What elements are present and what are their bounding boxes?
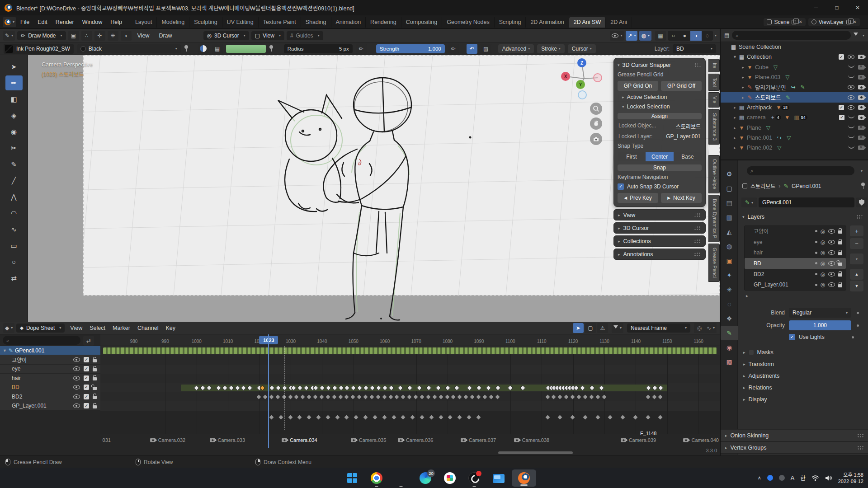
marker-camera-033[interactable]: Camera.033 — [209, 437, 245, 443]
close-button[interactable]: ✕ — [847, 0, 868, 15]
remove-layer-button[interactable]: − — [850, 238, 863, 249]
camera-disabled-icon[interactable] — [858, 65, 864, 70]
layer-row-고양이[interactable]: 고양이◎ — [745, 226, 846, 237]
stabilizer-icon[interactable]: ✛ — [94, 31, 105, 41]
tool-cutter[interactable]: ✂ — [5, 141, 23, 155]
taskbar-edge-icon[interactable]: 20 — [413, 468, 438, 488]
sidebar-tab-ite[interactable]: Ite — [708, 59, 720, 72]
section-relations[interactable]: ▸Relations — [738, 382, 868, 394]
outliner-row-스토리보드[interactable]: ▸✎스토리보드✎ — [721, 92, 868, 102]
workspace-tab-sculpting[interactable]: Sculpting — [189, 17, 222, 28]
dopesheet-menu-channel[interactable]: Channel — [134, 325, 162, 331]
tool-draw[interactable]: ✏ — [5, 75, 23, 90]
camera-view-button[interactable] — [590, 133, 602, 145]
fake-user-shield-button[interactable] — [856, 197, 867, 207]
outliner-row-camera[interactable]: ▸▦camera+4▼▥54 — [721, 113, 868, 122]
channel-bd[interactable]: BD — [0, 383, 100, 392]
camera-toggle-icon[interactable] — [858, 55, 864, 59]
move-layer-up-button[interactable]: ▲ — [850, 269, 863, 280]
horizontal-scrollbar[interactable] — [498, 451, 573, 454]
panel-onion-skinning[interactable]: ▸Onion Skinning — [721, 429, 868, 441]
lock-icon[interactable] — [93, 368, 97, 371]
workspace-tab-shading[interactable]: Shading — [301, 17, 331, 28]
workspace-tab-animation[interactable]: Animation — [331, 17, 366, 28]
camera-toggle-icon[interactable] — [858, 85, 864, 89]
workspace-tab-geometry-nodes[interactable]: Geometry Nodes — [442, 17, 494, 28]
paint-mode-icon[interactable]: ▨ — [481, 44, 491, 54]
camera-disabled-icon[interactable] — [858, 75, 864, 80]
editor-type-button[interactable]: ◆▾ — [3, 323, 14, 333]
new-scene-icon[interactable] — [792, 20, 796, 24]
show-errors-icon[interactable]: ⚠ — [597, 323, 608, 333]
camera-toggle-icon[interactable] — [858, 115, 864, 120]
workspace-tab-rendering[interactable]: Rendering — [366, 17, 401, 28]
panel-vertex-groups[interactable]: ▸Vertex Groups — [721, 441, 868, 454]
marker-camera-034[interactable]: Camera.034 — [281, 437, 317, 443]
taskbar-slack-icon[interactable] — [438, 468, 462, 488]
layer-row-gp-layer-001[interactable]: GP_Layer.001◎ — [745, 279, 846, 290]
layer-specials-button[interactable]: ▾ — [850, 253, 863, 264]
camera-disabled-icon[interactable] — [858, 136, 864, 140]
timeline-ruler[interactable]: 9809901000101010201030104010501060107010… — [100, 334, 720, 346]
eye-icon[interactable] — [828, 261, 835, 266]
taskbar-explorer-icon[interactable] — [389, 468, 413, 488]
properties-tab-object-data[interactable]: ✎ — [721, 326, 738, 340]
filter-icon[interactable] — [854, 33, 858, 38]
eye-icon[interactable] — [73, 394, 80, 399]
workspace-tab-texture-paint[interactable]: Texture Paint — [259, 17, 301, 28]
axis-z-negative-ball[interactable] — [578, 91, 586, 99]
eye-closed-icon[interactable] — [848, 125, 854, 128]
lock-icon[interactable] — [93, 377, 97, 380]
disclosure-closed[interactable]: ▸ — [731, 126, 738, 130]
channel-hair[interactable]: hair — [0, 374, 100, 383]
shading-rendered-button[interactable]: ◌ — [702, 31, 713, 41]
outliner-search-input[interactable]: ⌕ — [732, 31, 851, 40]
disclosure-closed[interactable]: ▸ — [731, 136, 738, 140]
workspace-tab-2d-ani-sw[interactable]: 2D Ani SW — [569, 17, 606, 28]
tool-erase[interactable]: ◈ — [5, 108, 23, 123]
snap-type-center[interactable]: Center — [646, 152, 674, 161]
checkbox-icon[interactable] — [84, 375, 89, 381]
workspace-tab-compositing[interactable]: Compositing — [401, 17, 442, 28]
marker-031[interactable]: 031 — [103, 437, 111, 443]
chevron-down-icon[interactable]: ▾ — [863, 33, 864, 38]
disclosure-closed[interactable]: ▸ — [731, 145, 738, 150]
viewport-3d[interactable]: Camera Perspective (1023) 스토리보드 Z X Y — [28, 55, 720, 322]
lock-icon[interactable] — [838, 230, 842, 234]
outliner-row-cube[interactable]: ▸▼Cube▽ — [721, 62, 868, 72]
dopesheet-menu-select[interactable]: Select — [86, 325, 109, 331]
workspace-tab-scripting[interactable]: Scripting — [495, 17, 526, 28]
channel-gpencil-001[interactable]: ▼✎GPencil.001 — [0, 346, 100, 355]
tool-eyedropper[interactable]: ✎ — [5, 157, 23, 172]
sidebar-tab-tool[interactable]: Tool — [708, 74, 720, 91]
properties-tab-output[interactable]: ▤ — [721, 196, 738, 210]
radius-pressure-icon[interactable]: ✏ — [356, 44, 367, 54]
selection-box-icon[interactable]: ▢ — [585, 323, 596, 333]
dope-sheet-mode-dropdown[interactable]: ◆Dope Sheet▾ — [16, 324, 65, 333]
auto-snap-row[interactable]: Auto Snap 3D Cursor — [618, 183, 702, 190]
onion-skin-icon[interactable]: ◎ — [821, 282, 825, 288]
pin-icon[interactable] — [269, 45, 274, 52]
playhead[interactable] — [268, 334, 269, 448]
eye-icon[interactable] — [848, 85, 854, 89]
tool-polyline[interactable]: ⋀ — [5, 189, 23, 204]
marker-camera-037[interactable]: Camera.037 — [460, 437, 496, 443]
clock[interactable]: 오후 1:58 2022-09-12 — [838, 472, 863, 484]
add-layer-button[interactable]: + — [850, 225, 863, 236]
editor-type-button[interactable]: ✎▾ — [3, 31, 15, 41]
chevron-down-icon[interactable]: ▾ — [861, 169, 863, 173]
outliner-row-plane-003[interactable]: ▸▼Plane.003▽ — [721, 72, 868, 82]
vertex-color-swatch[interactable] — [226, 45, 266, 53]
disclosure-closed[interactable]: ▸ — [740, 85, 746, 89]
properties-tab-view-layer[interactable]: ▥ — [721, 210, 738, 225]
eye-icon[interactable] — [73, 404, 80, 408]
camera-disabled-icon[interactable] — [858, 145, 864, 150]
sidebar-tab-vie[interactable]: Vie — [708, 92, 720, 108]
checkbox-icon[interactable] — [839, 105, 844, 110]
sidebar-tab-substance-3[interactable]: Substance 3 — [708, 109, 720, 145]
eye-closed-icon[interactable] — [848, 65, 854, 68]
pivot-dropdown[interactable]: ◎3D Cursor▾ — [203, 31, 249, 40]
eye-icon[interactable] — [848, 55, 854, 59]
outliner-editor-icon[interactable]: ▤ — [724, 32, 729, 38]
outliner-row-달리기부분만[interactable]: ▸✎달리기부분만↪✎ — [721, 82, 868, 92]
